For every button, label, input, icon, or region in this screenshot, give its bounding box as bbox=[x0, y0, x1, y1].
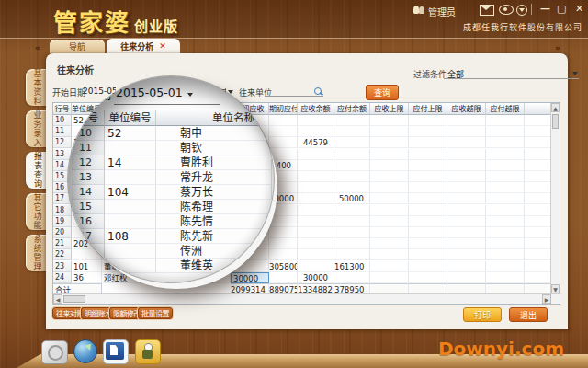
column-header-4[interactable]: 期初应付 bbox=[269, 103, 298, 115]
cell-r23-c3[interactable] bbox=[231, 261, 269, 272]
cell-r11-c6[interactable] bbox=[334, 126, 370, 137]
cell-r12-c8[interactable] bbox=[409, 137, 447, 148]
cell-r15-c5[interactable] bbox=[298, 171, 334, 182]
cell-r13-c11[interactable] bbox=[525, 149, 552, 160]
cell-r11-c4[interactable] bbox=[269, 126, 298, 137]
minimize-button[interactable]: — bbox=[540, 3, 550, 15]
cell-r10-c5[interactable] bbox=[298, 115, 334, 126]
cell-r12-c4[interactable] bbox=[269, 137, 298, 148]
column-header-7[interactable]: 应收上限 bbox=[370, 103, 409, 115]
cell-r10-c9[interactable] bbox=[447, 115, 486, 126]
cell-r24-c5[interactable]: 30000 bbox=[298, 272, 334, 283]
cell-r13-c5[interactable] bbox=[298, 149, 334, 160]
dock-data-backup-icon[interactable] bbox=[103, 339, 129, 364]
cell-r23-c0[interactable]: 23 bbox=[53, 261, 72, 272]
filter-dropdown-icon[interactable] bbox=[572, 72, 578, 75]
search-icon[interactable] bbox=[314, 87, 322, 95]
cell-r20-c10[interactable] bbox=[486, 227, 525, 238]
cell-r10-c7[interactable] bbox=[370, 115, 409, 126]
cell-r19-c5[interactable] bbox=[298, 216, 334, 227]
unit-search-input[interactable] bbox=[265, 96, 323, 97]
cell-r18-c8[interactable] bbox=[409, 205, 447, 216]
cell-r11-c0[interactable]: 11 bbox=[53, 126, 72, 137]
cell-r12-c9[interactable] bbox=[447, 137, 486, 148]
cell-r22-c4[interactable] bbox=[269, 249, 298, 260]
cell-r12-c5[interactable]: 44579 bbox=[298, 137, 334, 148]
cell-r12-c0[interactable]: 12 bbox=[53, 137, 72, 148]
cell-r21-c6[interactable] bbox=[334, 238, 370, 249]
cell-r19-c0[interactable]: 19 bbox=[53, 216, 72, 227]
cell-r17-c10[interactable] bbox=[486, 193, 525, 204]
cell-r10-c4[interactable] bbox=[269, 115, 298, 126]
cell-r13-c0[interactable]: 13 bbox=[53, 149, 72, 160]
cell-r13-c10[interactable] bbox=[486, 149, 525, 160]
cell-r14-c10[interactable] bbox=[486, 160, 525, 171]
eye-icon[interactable] bbox=[499, 5, 514, 15]
cell-r17-c7[interactable] bbox=[370, 193, 409, 204]
hscroll-thumb[interactable] bbox=[63, 295, 85, 303]
vertical-scrollbar[interactable]: ▲▼ bbox=[550, 103, 560, 293]
pin-icon[interactable] bbox=[516, 5, 527, 16]
cell-r13-c9[interactable] bbox=[447, 149, 486, 160]
cell-r15-c11[interactable] bbox=[525, 171, 552, 182]
dock-assistant-icon[interactable] bbox=[135, 339, 161, 364]
cell-r23-c4[interactable]: 305800 bbox=[269, 261, 298, 272]
cell-r20-c8[interactable] bbox=[409, 227, 447, 238]
cell-r14-c6[interactable] bbox=[334, 160, 370, 171]
scroll-down-icon[interactable]: ▼ bbox=[551, 284, 560, 293]
maximize-button[interactable]: ▢ bbox=[557, 3, 566, 15]
cell-r18-c9[interactable] bbox=[447, 205, 486, 216]
cell-r23-c5[interactable] bbox=[298, 261, 334, 272]
cell-r20-c7[interactable] bbox=[370, 227, 409, 238]
print-button[interactable]: 打印 bbox=[463, 307, 502, 322]
cell-r19-c11[interactable] bbox=[525, 216, 552, 227]
cell-r11-c9[interactable] bbox=[447, 126, 486, 137]
cell-r23-c9[interactable] bbox=[447, 261, 486, 272]
cell-r21-c7[interactable] bbox=[370, 238, 409, 249]
column-header-9[interactable]: 应收越限 bbox=[447, 103, 486, 115]
cell-r16-c10[interactable] bbox=[486, 182, 525, 193]
cell-r23-c8[interactable] bbox=[409, 261, 447, 272]
cell-r11-c7[interactable] bbox=[370, 126, 409, 137]
cell-r20-c5[interactable] bbox=[298, 227, 334, 238]
cell-r22-c8[interactable] bbox=[409, 249, 447, 260]
cell-r24-c10[interactable] bbox=[486, 272, 525, 283]
cell-r24-c11[interactable] bbox=[525, 272, 552, 283]
cell-r15-c8[interactable] bbox=[409, 171, 447, 182]
scroll-left-icon[interactable]: ◀ bbox=[53, 294, 62, 304]
vscroll-thumb[interactable] bbox=[552, 114, 559, 129]
cell-r17-c11[interactable] bbox=[525, 193, 552, 204]
cell-r21-c5[interactable] bbox=[298, 238, 334, 249]
query-button[interactable]: 查询 bbox=[366, 85, 399, 100]
cell-r10-c0[interactable]: 10 bbox=[53, 115, 72, 126]
cell-r17-c8[interactable] bbox=[409, 193, 447, 204]
cell-r10-c6[interactable] bbox=[334, 115, 370, 126]
column-header-0[interactable]: 行号 bbox=[53, 103, 72, 115]
cell-r24-c4[interactable] bbox=[269, 272, 298, 283]
cell-r18-c5[interactable] bbox=[298, 205, 334, 216]
cell-r22-c5[interactable] bbox=[298, 249, 334, 260]
cell-r13-c8[interactable] bbox=[409, 149, 447, 160]
horizontal-scrollbar[interactable]: ◀▶ bbox=[53, 293, 561, 304]
tab-scroll-right-icon[interactable]: » bbox=[555, 43, 560, 52]
column-header-11[interactable] bbox=[525, 103, 552, 115]
cell-r16-c8[interactable] bbox=[409, 182, 447, 193]
dock-device-icon[interactable] bbox=[41, 340, 68, 364]
column-header-6[interactable]: 应付余额 bbox=[334, 103, 370, 115]
cell-r15-c6[interactable] bbox=[334, 171, 370, 182]
cell-r13-c4[interactable] bbox=[269, 149, 298, 160]
cell-r20-c11[interactable] bbox=[525, 227, 552, 238]
column-header-5[interactable]: 应收余额 bbox=[298, 103, 334, 115]
tab-close-icon[interactable]: ✕ bbox=[159, 41, 166, 51]
cell-r11-c8[interactable] bbox=[409, 126, 447, 137]
cell-r17-c4[interactable]: 50000 bbox=[269, 193, 298, 204]
cell-r19-c9[interactable] bbox=[447, 216, 486, 227]
cell-r23-c10[interactable] bbox=[486, 261, 525, 272]
cell-r17-c5[interactable] bbox=[298, 193, 334, 204]
cell-r19-c10[interactable] bbox=[486, 216, 525, 227]
cell-r21-c11[interactable] bbox=[525, 238, 552, 249]
cell-r20-c6[interactable] bbox=[334, 227, 370, 238]
cell-r16-c7[interactable] bbox=[370, 182, 409, 193]
cell-r16-c5[interactable] bbox=[298, 182, 334, 193]
cell-r17-c9[interactable] bbox=[447, 193, 486, 204]
